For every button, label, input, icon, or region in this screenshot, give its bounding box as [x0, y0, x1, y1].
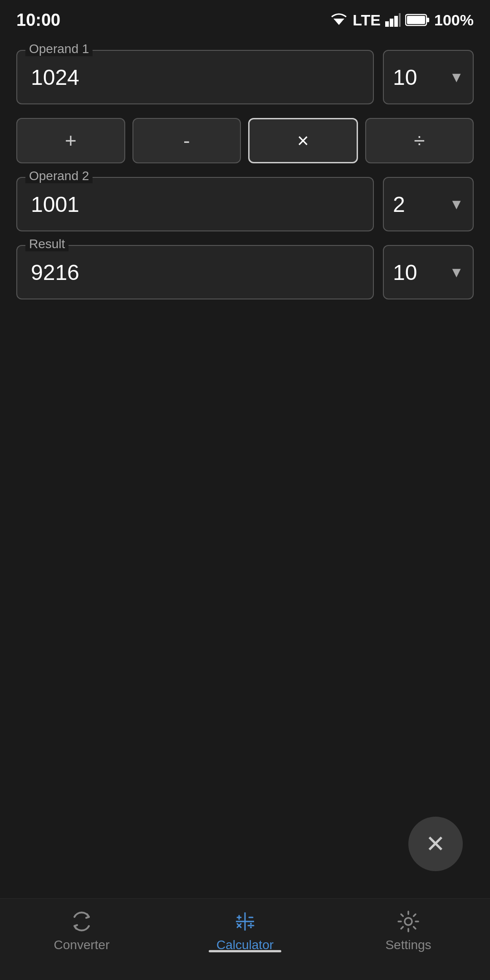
divide-operator-btn[interactable]: ÷ — [365, 118, 474, 163]
operand1-input[interactable]: 1024 — [16, 50, 374, 104]
status-bar: 10:00 LTE 100% — [0, 0, 490, 36]
operand2-group: Operand 2 1001 — [16, 177, 374, 231]
status-time: 10:00 — [16, 10, 60, 30]
result-chevron-icon: ▼ — [449, 264, 464, 281]
operator-row: + - × ÷ — [16, 118, 474, 163]
lte-label: LTE — [353, 11, 381, 29]
operand1-group: Operand 1 1024 — [16, 50, 374, 104]
operand2-input[interactable]: 1001 — [16, 177, 374, 231]
add-operator-btn[interactable]: + — [16, 118, 125, 163]
status-icons: LTE 100% — [330, 11, 474, 29]
result-input: 9216 — [16, 245, 374, 299]
fab-close-button[interactable]: ✕ — [408, 817, 463, 871]
operand2-base-select[interactable]: 2 ▼ — [383, 177, 474, 231]
main-content: Operand 1 1024 10 ▼ + - × ÷ Operand 2 10… — [0, 36, 490, 299]
svg-rect-1 — [385, 21, 389, 27]
result-row: Result 9216 10 ▼ — [16, 245, 474, 299]
operand2-row: Operand 2 1001 2 ▼ — [16, 177, 474, 231]
result-base-select[interactable]: 10 ▼ — [383, 245, 474, 299]
svg-point-16 — [250, 926, 252, 928]
svg-rect-6 — [426, 18, 429, 22]
wifi-icon — [330, 13, 348, 27]
tab-converter-label: Converter — [54, 938, 110, 952]
tab-converter[interactable]: Converter — [0, 910, 163, 952]
svg-marker-0 — [333, 19, 344, 25]
tab-calculator[interactable]: Calculator — [163, 910, 327, 952]
tab-settings[interactable]: Settings — [327, 910, 490, 952]
battery-pct: 100% — [434, 11, 474, 29]
svg-rect-2 — [390, 19, 393, 27]
svg-rect-7 — [407, 16, 425, 24]
battery-icon — [405, 13, 430, 27]
subtract-operator-btn[interactable]: - — [132, 118, 241, 163]
operand2-chevron-icon: ▼ — [449, 196, 464, 213]
result-label: Result — [25, 237, 69, 251]
svg-rect-4 — [399, 13, 401, 27]
operand1-label: Operand 1 — [25, 42, 93, 56]
bottom-nav: Converter Calculator Setting — [0, 898, 490, 980]
operand2-label: Operand 2 — [25, 169, 93, 183]
signal-icon — [385, 13, 401, 27]
settings-icon — [397, 910, 420, 933]
operand1-row: Operand 1 1024 10 ▼ — [16, 50, 474, 104]
calculator-icon — [233, 910, 257, 933]
svg-point-15 — [250, 923, 252, 925]
nav-active-indicator — [209, 950, 281, 952]
operand1-chevron-icon: ▼ — [449, 69, 464, 86]
multiply-operator-btn[interactable]: × — [248, 118, 358, 163]
svg-rect-3 — [394, 16, 398, 27]
result-group: Result 9216 — [16, 245, 374, 299]
svg-point-18 — [405, 918, 412, 925]
tab-settings-label: Settings — [385, 938, 431, 952]
operand1-base-select[interactable]: 10 ▼ — [383, 50, 474, 104]
converter-icon — [70, 910, 93, 933]
close-icon: ✕ — [426, 830, 446, 858]
